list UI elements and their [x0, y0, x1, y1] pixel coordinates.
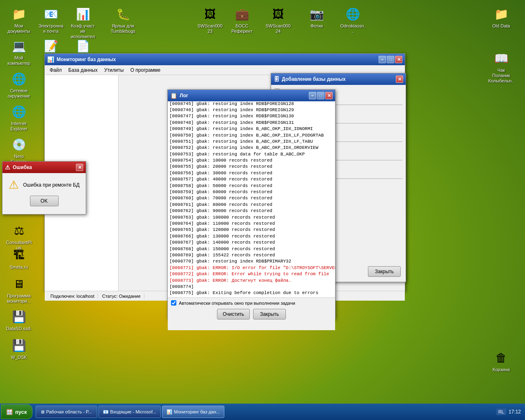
- monitoring-controls: − □ ✕: [379, 56, 402, 63]
- error-titlebar[interactable]: ⚠ Ошибка ✕: [2, 162, 86, 173]
- log-entry: [0098755] gbak: 20000 records restored: [169, 164, 333, 170]
- taskbar-item-monitoring[interactable]: 📊Мониторинг баз дан...: [162, 406, 224, 418]
- desktop-icon-label-korzina: Корзина: [488, 367, 514, 372]
- log-entry: [0098747] gbak: restoring index RDB$FORE…: [169, 113, 333, 119]
- log-close-btn[interactable]: Закрыть: [253, 309, 286, 320]
- desktop-icon-label-chapolanike: Чак Поланик Колыбельн...: [488, 68, 514, 89]
- desktop-icon-photos[interactable]: 📷 Фотки: [302, 4, 331, 30]
- desktop-icon-label-swscan24: SWScan00024: [265, 23, 291, 34]
- log-maximize-btn[interactable]: □: [317, 92, 324, 99]
- log-entry: [0098749] gbak: restoring index B_ABC_OK…: [169, 126, 333, 132]
- error-ok-btn[interactable]: OK: [30, 196, 59, 206]
- desktop-icon-label-monitor: Программа монитори...: [6, 293, 32, 304]
- log-entry: [0098758] gbak: 50000 records restored: [169, 183, 333, 189]
- log-auto-open-checkbox[interactable]: [171, 300, 176, 306]
- log-entry: [0098756] gbak: 30000 records restored: [169, 170, 333, 176]
- taskbar-item-workplace[interactable]: 🖥Рабочая область - Р...: [36, 406, 97, 418]
- log-footer: Автоматически открывать окно при выполне…: [168, 297, 335, 330]
- log-entry: [0098750] gbak: restoring index B_ABC_OK…: [169, 132, 333, 139]
- desktop-icon-datasd[interactable]: 💾 DataSD.ssd-: [4, 307, 34, 333]
- desktop-icon-olddata[interactable]: 📁 Old Data: [486, 4, 516, 30]
- monitoring-minimize-btn[interactable]: −: [379, 56, 386, 63]
- desktop-icon-email[interactable]: 📧 Электронная почта: [36, 4, 66, 36]
- desktop-icon-label-mycomp: Мой компьютер: [6, 55, 32, 66]
- desktop-icon-label-ie: Internet Explorer: [6, 121, 32, 132]
- add-db-title: Добавление базы данных: [282, 76, 393, 82]
- taskbar-lang: RL: [496, 409, 506, 415]
- log-entry: [0098769] gbak: 155422 records restored: [169, 252, 333, 258]
- log-entry: [0098759] gbak: 60000 records restored: [169, 189, 333, 195]
- desktop-icon-swscan23[interactable]: 🖼 SWScan00023: [195, 4, 225, 36]
- monitoring-maximize-btn[interactable]: □: [387, 56, 394, 63]
- error-close-btn-x[interactable]: ✕: [76, 164, 83, 171]
- desktop-icon-img-network: 🌐: [11, 71, 27, 87]
- log-entry: [0098763] gbak: 100000 records restored: [169, 215, 333, 221]
- taskbar-item-incoming[interactable]: 📧Входящие - Microsof...: [98, 406, 161, 418]
- desktop-icon-smeta[interactable]: 🏗 Smeta.ru: [4, 245, 34, 272]
- add-db-close-btn-x[interactable]: ✕: [396, 75, 403, 83]
- log-minimize-btn[interactable]: −: [309, 92, 316, 99]
- desktop-icon-mycomp[interactable]: 💻 Мой компьютер: [4, 36, 34, 68]
- desktop-icon-boss[interactable]: 💼 БОСС Референт: [227, 4, 257, 36]
- menu-about[interactable]: О программе: [127, 66, 164, 74]
- desktop-icon-wdsk[interactable]: 💾 W_DSK: [4, 336, 34, 362]
- desktop-icon-network[interactable]: 🌐 Сетевое окружение: [4, 69, 34, 100]
- desktop-icon-tumblebugs[interactable]: 🐛 Ярлык для Tumblebugs: [108, 4, 138, 36]
- log-entry: [0098767] gbak: 140000 records restored: [169, 240, 333, 246]
- desktop-icon-label-wdsk: W_DSK: [6, 355, 32, 360]
- desktop-icon-img-boss: 💼: [234, 6, 250, 22]
- add-db-close-button[interactable]: Закрыть: [368, 266, 401, 277]
- desktop-icon-img-photos: 📷: [308, 6, 325, 22]
- desktop-icon-img-coeff: 📊: [75, 6, 91, 22]
- start-button[interactable]: 🪟 пуск: [1, 404, 32, 419]
- desktop-icon-label-photos: Фотки: [304, 23, 330, 29]
- log-entry: [0098753] gbak: restoring data for table…: [169, 151, 333, 158]
- log-close-btn-x[interactable]: ✕: [325, 92, 333, 99]
- desktop-icon-img-ie: 🌐: [11, 103, 27, 120]
- desktop-icon-label-network: Сетевое окружение: [6, 88, 32, 99]
- desktop-icon-img-odnoklassniki: 🌐: [345, 6, 361, 22]
- log-entry: [0098760] gbak: 70000 records restored: [169, 195, 333, 201]
- menu-database[interactable]: База данных: [65, 66, 101, 74]
- menu-file[interactable]: Файл: [46, 66, 65, 74]
- desktop-icon-monitor[interactable]: 🖥 Программа монитори...: [4, 274, 34, 306]
- desktop-icon-ie[interactable]: 🌐 Internet Explorer: [4, 102, 34, 133]
- log-entry: [0098746] gbak: restoring index RDB$FORE…: [169, 107, 333, 113]
- desktop-icon-img-olddata: 📁: [493, 6, 509, 22]
- desktop-icon-img-email: 📧: [43, 6, 59, 22]
- desktop-icon-odnoklassniki[interactable]: 🌐 Odnoklassn...: [338, 4, 368, 36]
- desktop-icon-img-swscan23: 🖼: [202, 6, 218, 22]
- taskbar-clock: 17:12: [509, 409, 521, 415]
- log-entry: [0098775] gbak: Exiting before completio…: [169, 290, 333, 296]
- status-waiting: Статус: Ожидание: [99, 294, 144, 299]
- log-entry: [0098761] gbak: 80000 records restored: [169, 202, 333, 208]
- desktop-icon-chapolanike[interactable]: 📖 Чак Поланик Колыбельн...: [486, 48, 516, 91]
- add-db-titlebar[interactable]: 🗄 Добавление базы данных ✕: [271, 73, 406, 85]
- error-warning-icon: ⚠: [9, 178, 19, 192]
- log-entry: [0098752] gbak: restoring index B_ABC_OK…: [169, 145, 333, 151]
- error-title: Ошибка: [13, 164, 73, 170]
- desktop-icon-img-mycomp: 💻: [11, 38, 27, 54]
- desktop-icon-img-tumblebugs: 🐛: [115, 6, 131, 22]
- log-entry: [0098762] gbak: 90000 records restored: [169, 208, 333, 214]
- log-entry: [0098748] gbak: restoring index RDB$FORE…: [169, 120, 333, 126]
- desktop-icon-korzina[interactable]: 🗑 Корзина: [486, 348, 516, 374]
- log-window: 📋 Лог − □ ✕ [0098741] gbak: restoring in…: [167, 89, 336, 319]
- monitoring-titlebar[interactable]: 📊 Мониторинг баз данных − □ ✕: [45, 54, 405, 65]
- log-entry: [0098770] gbak: restoring index RDB$PRIM…: [169, 258, 333, 265]
- log-buttons: Очистить Закрыть: [171, 309, 332, 320]
- log-clear-btn[interactable]: Очистить: [217, 309, 250, 320]
- menu-utils[interactable]: Утилиты: [101, 66, 127, 74]
- desktop-icon-img-smeta: 🏗: [11, 247, 27, 263]
- desktop-icon-my-docs[interactable]: 📁 Мои документы: [4, 4, 34, 36]
- desktop-icon-label-swscan23: SWScan00023: [197, 23, 223, 34]
- log-titlebar[interactable]: 📋 Лог − □ ✕: [168, 90, 335, 101]
- monitoring-close-btn[interactable]: ✕: [395, 56, 402, 63]
- taskbar-right: RL 17:12: [492, 409, 525, 415]
- log-entry: [0098757] gbak: 40000 records restored: [169, 176, 333, 183]
- log-entry: [0098768] gbak: 150000 records restored: [169, 246, 333, 252]
- desktop-icon-img-nero: 💿: [11, 136, 27, 153]
- desktop-icon-swscan24[interactable]: 🖼 SWScan00024: [263, 4, 293, 36]
- desktop-icon-label-boss: БОСС Референт: [229, 23, 255, 34]
- error-content: ⚠ Ошибка при ремонте БД OK: [2, 173, 86, 211]
